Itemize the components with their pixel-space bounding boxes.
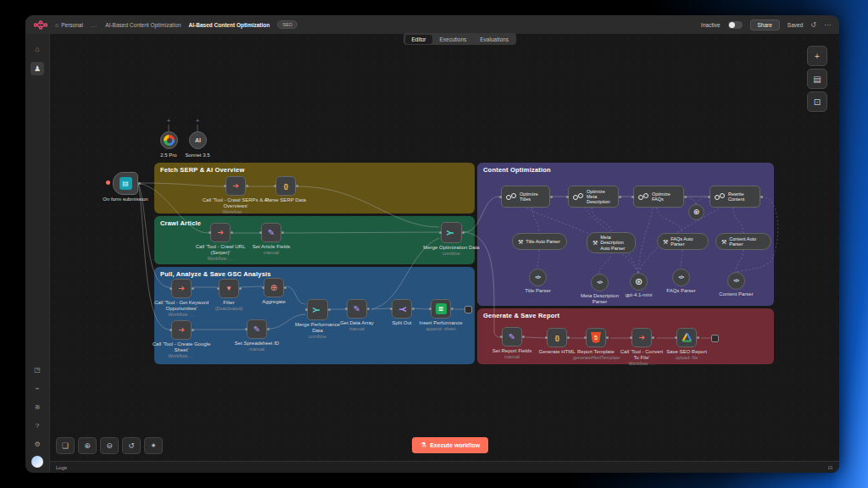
history-icon[interactable]: ↺ — [810, 21, 816, 29]
insights-icon[interactable]: ≋ — [31, 400, 44, 413]
node-set-article-fields[interactable]: ✎ Set Article Fieldsmanual — [261, 223, 281, 242]
aggregate-icon: ⊕ — [270, 284, 277, 292]
node-set-report-fields[interactable]: ✎ Set Report Fieldsmanual — [502, 327, 522, 347]
personal-project-icon[interactable]: ♟ — [31, 62, 44, 75]
help-icon[interactable]: ? — [31, 419, 44, 432]
node-merge-performance[interactable]: Y Merge Performance Datacombine — [307, 299, 328, 320]
node-gemini-model[interactable] — [160, 131, 178, 149]
execute-workflow-button[interactable]: ⚗ Execute workflow — [412, 437, 488, 453]
zoom-out-icon: ⊖ — [106, 441, 113, 450]
breadcrumb[interactable]: ⌂ Personal — [55, 22, 83, 28]
node-sublabel: manual — [237, 250, 305, 256]
node-optimize-titles[interactable]: Optimize Titles — [501, 186, 550, 208]
model-connector-plus[interactable]: + — [167, 118, 170, 124]
workflow-tab-inactive[interactable]: AI-Based Content Optimization — [105, 22, 181, 28]
node-crawl-serps[interactable]: ➔ Call 'Tool - Crawl SERPs & AI Overview… — [225, 176, 246, 196]
node-sub-model[interactable]: ⊛ — [688, 204, 704, 220]
reset-zoom-button[interactable]: ↺ — [122, 437, 141, 454]
workflow-panel-button[interactable]: ⊡ — [807, 92, 827, 112]
node-insert-performance[interactable]: ≣ Insert Performanceappend: sheet — [431, 299, 451, 319]
pencil-icon: ✎ — [509, 333, 515, 341]
templates-icon[interactable]: ◳ — [31, 363, 44, 376]
add-sticky-note-button[interactable]: ▤ — [807, 69, 827, 89]
form-trigger-icon: ▤ — [120, 177, 132, 190]
node-sublabel: manual — [491, 354, 533, 360]
node-rewrite-content[interactable]: Rewrite Content — [709, 186, 760, 208]
tidy-up-button[interactable]: ✦ — [144, 437, 163, 454]
node-crawl-url[interactable]: ➔ Call 'Tool - Crawl URL (Serper)'Workfl… — [210, 223, 231, 242]
user-avatar[interactable] — [31, 456, 43, 468]
node-label: Set Report Fields — [492, 348, 531, 353]
connection-endpoint[interactable] — [465, 306, 472, 313]
n8n-logo-icon — [34, 20, 47, 30]
node-optimize-faqs[interactable]: Optimize FAQs — [633, 186, 684, 208]
expand-panel-icon[interactable]: ⊡ — [828, 464, 832, 470]
tool-call-icon: ➔ — [217, 229, 224, 236]
node-sublabel: append: sheet — [415, 326, 466, 332]
node-create-google-sheet[interactable]: ➔ Call 'Tool - Create Google Sheet'Workf… — [171, 320, 192, 340]
node-meta-auto-parser[interactable]: ⚒ Meta Description Auto Parser — [587, 232, 636, 253]
connection-endpoint[interactable] — [711, 335, 719, 342]
node-faqs-auto-parser[interactable]: ⚒ FAQs Auto Parser — [657, 233, 709, 250]
tab-editor[interactable]: Editor — [405, 35, 433, 44]
breadcrumb-more[interactable]: ... — [91, 22, 97, 28]
node-save-seo-report[interactable]: Save SEO Reportupload: file — [676, 328, 697, 347]
node-label: Call 'Tool - Get Keyword Opportunities' — [154, 300, 209, 311]
node-merge-optimization[interactable]: Y Merge Optimization Datacombine — [441, 222, 462, 243]
node-faqs-parser[interactable]: </> FAQs Parser — [672, 269, 690, 286]
node-label: Aggregate — [262, 299, 286, 304]
merge-icon: Y — [447, 230, 455, 236]
node-split-out[interactable]: Y Split Out — [392, 299, 412, 319]
node-set-spreadsheet-id[interactable]: ✎ Set Spreadsheet IDmanual — [247, 319, 267, 339]
zoom-out-button[interactable]: ⊖ — [100, 437, 119, 454]
google-drive-icon — [682, 330, 693, 346]
code-parser-icon: </> — [733, 279, 738, 284]
node-claude-model[interactable]: AI — [189, 131, 207, 149]
tool-call-icon: ➔ — [178, 285, 185, 292]
app-window: ⌂ Personal ... AI-Based Content Optimiza… — [25, 15, 839, 473]
split-out-icon: Y — [398, 306, 406, 312]
node-gpt-41-mini[interactable]: ⊛ gpt-4.1-mini — [630, 273, 648, 291]
settings-icon[interactable]: ⚙ — [31, 437, 44, 451]
add-node-button[interactable]: + — [807, 46, 827, 66]
node-sublabel: Workflow: … — [152, 353, 211, 359]
node-title-parser[interactable]: </> Title Parser — [529, 269, 547, 286]
node-content-auto-parser[interactable]: ⚒ Content Auto Parser — [715, 233, 771, 250]
model-connector-plus[interactable]: + — [196, 118, 199, 124]
active-toggle[interactable] — [728, 21, 743, 29]
variables-icon[interactable]: ⌁ — [31, 381, 44, 395]
home-icon[interactable]: ⌂ — [31, 42, 44, 56]
node-optimize-meta[interactable]: Optimize Meta Description — [568, 186, 619, 208]
logs-panel-collapsed[interactable]: Logs ⊡ — [49, 461, 839, 473]
fit-view-icon: ❏ — [62, 441, 69, 450]
workflow-tag-badge[interactable]: SEO — [277, 20, 298, 29]
node-report-template[interactable]: 5 Report TemplategenerateHtmlTemplate — [586, 328, 606, 347]
undo-icon: ↺ — [128, 441, 135, 450]
node-parse-serp[interactable]: {} Parse SERP Data — [275, 176, 296, 196]
node-get-keyword-opportunities[interactable]: ➔ Call 'Tool - Get Keyword Opportunities… — [171, 279, 192, 298]
zoom-in-button[interactable]: ⊕ — [78, 437, 97, 454]
node-content-parser[interactable]: </> Content Parser — [727, 272, 745, 290]
code-parser-icon: </> — [535, 275, 540, 280]
node-convert-to-file[interactable]: ➔ Call 'Tool - Convert To File'Workflow:… — [632, 328, 652, 347]
node-sublabel: Workflow: … — [186, 256, 254, 262]
tab-evaluations[interactable]: Evaluations — [473, 35, 515, 44]
node-label: Rewrite Content — [728, 191, 755, 202]
node-generate-html[interactable]: {} Generate HTML — [547, 328, 567, 347]
node-label: Split Out — [392, 320, 411, 325]
node-filter[interactable]: ▼ Filter(Deactivated) — [219, 279, 239, 298]
tab-executions[interactable]: Executions — [432, 35, 473, 44]
zoom-to-fit-button[interactable]: ❏ — [56, 437, 75, 454]
node-aggregate[interactable]: ⊕ Aggregate — [264, 278, 284, 297]
node-label: Call 'Tool - Create Google Sheet' — [153, 341, 211, 352]
more-options-icon[interactable]: ⋯ — [824, 21, 831, 29]
code-icon: {} — [283, 183, 287, 190]
node-meta-parser[interactable]: </> Meta Description Parser — [591, 274, 609, 291]
workflow-tab-active[interactable]: AI-Based Content Optimization — [189, 22, 270, 28]
node-form-trigger[interactable]: ▤ On form submission — [113, 172, 138, 195]
node-title-auto-parser[interactable]: ⚒ Title Auto Parser — [512, 233, 567, 250]
openai-icon: ⊛ — [635, 277, 643, 286]
node-get-data-array[interactable]: ✎ Get Data Arraymanual — [347, 299, 367, 319]
share-button[interactable]: Share — [750, 19, 780, 30]
code-parser-icon: </> — [678, 275, 683, 280]
